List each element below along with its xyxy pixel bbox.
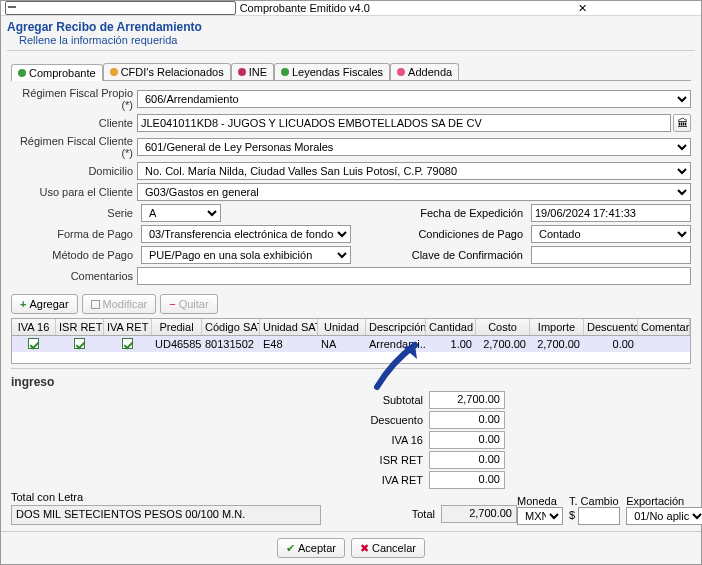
uso-select[interactable]: G03/Gastos en general [137,183,691,201]
lbl-forma: Forma de Pago [11,228,137,240]
condiciones-select[interactable]: Contado [531,225,691,243]
lbl-fecha: Fecha de Expedición [409,207,527,219]
lbl-uso: Uso para el Cliente [11,186,137,198]
isr-value: 0.00 [429,451,505,469]
cancel-icon: ✖ [360,542,369,555]
header-subtitle: Rellene la información requerida [19,34,177,46]
lbl-clave: Clave de Confirmación [409,249,527,261]
check-icon: ✔ [286,542,295,555]
serie-select[interactable]: A [141,204,221,222]
quitar-button[interactable]: −Quitar [160,294,217,314]
aceptar-button[interactable]: ✔Aceptar [277,538,345,558]
totals-block: Subtotal2,700.00 Descuento0.00 IVA 160.0… [309,391,505,491]
ivaret-value: 0.00 [429,471,505,489]
close-icon[interactable]: ✕ [468,2,697,15]
tcambio-input[interactable] [578,507,620,525]
lbl-regimen-propio: Régimen Fiscal Propio (*) [11,87,137,111]
lbl-condiciones: Condiciones de Pago [409,228,527,240]
header-title: Agregar Recibo de Arrendamiento [7,20,202,34]
cliente-input[interactable] [137,114,671,132]
tab-leyendas[interactable]: Leyendas Fiscales [274,63,390,80]
dialog-buttons: ✔Aceptar ✖Cancelar [1,531,701,564]
letra-value: DOS MIL SETECIENTOS PESOS 00/100 M.N. [11,505,321,525]
iva16-checkbox[interactable] [28,338,39,349]
fecha-input[interactable] [531,204,691,222]
tab-addenda[interactable]: Addenda [390,63,459,80]
tab-comprobante[interactable]: Comprobante [11,64,103,81]
total-value: 2,700.00 [441,505,517,523]
ivaret-checkbox[interactable] [122,338,133,349]
form: Régimen Fiscal Propio (*)606/Arrendamien… [1,81,701,290]
modificar-button[interactable]: Modificar [82,294,157,314]
grid-toolbar: +Agregar Modificar −Quitar [11,294,691,314]
tab-cfdis[interactable]: CFDI's Relacionados [103,63,231,80]
moneda-select[interactable]: MXN [517,507,563,525]
tabs: Comprobante CFDI's Relacionados INE Leye… [11,63,691,81]
lbl-serie: Serie [11,207,137,219]
minus-icon: − [169,298,175,310]
iva16-value: 0.00 [429,431,505,449]
lbl-comentarios: Comentarios [11,270,137,282]
lbl-regimen-cliente: Régimen Fiscal Cliente (*) [11,135,137,159]
lbl-metodo: Método de Pago [11,249,137,261]
regimen-propio-select[interactable]: 606/Arrendamiento [137,90,691,108]
domicilio-select[interactable]: No. Col. María Nilda, Ciudad Valles San … [137,162,691,180]
registry-icon: 🏛 [677,117,688,129]
clave-input[interactable] [531,246,691,264]
tab-ine[interactable]: INE [231,63,274,80]
letra-label: Total con Letra [11,491,321,503]
comentarios-input[interactable] [137,267,691,285]
agregar-button[interactable]: +Agregar [11,294,78,314]
edit-icon [91,300,100,309]
app-window: Comprobante Emitido v4.0 ✕ Agregar Recib… [0,0,702,565]
regimen-cliente-select[interactable]: 601/General de Ley Personas Morales [137,138,691,156]
cancelar-button[interactable]: ✖Cancelar [351,538,425,558]
lbl-cliente: Cliente [11,117,137,129]
plus-icon: + [20,298,26,310]
metodo-select[interactable]: PUE/Pago en una sola exhibición [141,246,351,264]
app-icon [5,1,236,15]
isrret-checkbox[interactable] [74,338,85,349]
exportacion-select[interactable]: 01/No aplica [626,507,702,525]
table-row[interactable]: UD46585 80131502 E48 NA Arrendami... 1.0… [12,336,690,352]
window-title: Comprobante Emitido v4.0 [240,2,469,14]
forma-select[interactable]: 03/Transferencia electrónica de fondos [141,225,351,243]
subtotal-value: 2,700.00 [429,391,505,409]
descuento-value: 0.00 [429,411,505,429]
cliente-search-button[interactable]: 🏛 [673,114,691,132]
items-grid: IVA 16 ISR RET IVA RET Predial Código SA… [11,318,691,364]
grid-header: IVA 16 ISR RET IVA RET Predial Código SA… [12,319,690,336]
header: Agregar Recibo de Arrendamiento Rellene … [1,16,701,59]
ingreso-label: ingreso [11,375,691,389]
lbl-domicilio: Domicilio [11,165,137,177]
titlebar: Comprobante Emitido v4.0 ✕ [1,1,701,16]
